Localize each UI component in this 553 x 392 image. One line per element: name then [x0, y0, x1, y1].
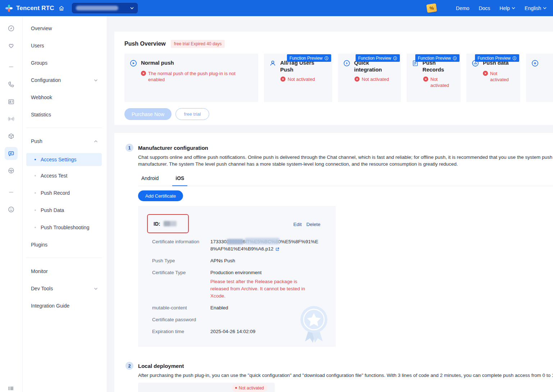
- sidebar-item-webhook[interactable]: Webhook: [23, 89, 107, 106]
- tencent-rtc-console: Tencent RTC % Demo Docs Help Englis: [0, 0, 553, 392]
- function-preview-badge: Function Preview: [356, 54, 400, 62]
- bullet-icon: [35, 192, 36, 194]
- error-icon: ✕: [423, 77, 428, 82]
- status-badge: Not activated: [232, 384, 267, 392]
- sidebar-divider: [26, 128, 102, 128]
- certificate-actions: Edit Delete: [293, 222, 320, 227]
- collapse-menu-icon[interactable]: [5, 382, 18, 392]
- tile-status-text: Not activated: [288, 76, 315, 82]
- sidebar-item-push[interactable]: Push: [23, 133, 107, 150]
- sidebar-item-configuration[interactable]: Configuration: [23, 72, 107, 89]
- chat-sidebar: Overview Users Groups Configuration Webh…: [23, 16, 107, 392]
- certificate-medal-icon: [293, 302, 335, 346]
- sidebar-item-dev-tools[interactable]: Dev Tools: [23, 280, 107, 297]
- row-push-type: Push Type APNs Push: [152, 257, 330, 264]
- sidebar-item-groups[interactable]: Groups: [23, 54, 107, 72]
- heart-icon[interactable]: [5, 39, 18, 52]
- preview-clock-icon: [324, 56, 329, 60]
- tile-quick-integration: Function Preview Quick integration ✕ Not…: [338, 54, 401, 102]
- sidebar-item-access-test[interactable]: Access Test: [23, 167, 107, 184]
- chat-icon[interactable]: [5, 147, 18, 160]
- app-selector-dropdown[interactable]: [72, 3, 138, 13]
- status-dot-icon: [235, 387, 237, 389]
- users-icon: [269, 59, 276, 67]
- chevron-down-icon: [94, 287, 98, 290]
- certificate-panel: ID: Edit Delete Certificate information …: [138, 206, 336, 347]
- row-certificate-type: Certificate Type Production environment …: [152, 269, 330, 300]
- call-icon[interactable]: [5, 78, 18, 91]
- push-overview-card: Push Overview free trial Expired 40 days…: [114, 32, 553, 125]
- sidebar-item-plugins[interactable]: Plugins: [23, 236, 107, 253]
- sidebar-item-push-troubleshooting[interactable]: Push Troubleshooting: [23, 219, 107, 236]
- tile-push-records: Function Preview Push Records ✕ Not acti…: [407, 54, 461, 102]
- page-title: Push Overview: [124, 41, 166, 47]
- free-trial-button[interactable]: free trial: [175, 108, 209, 120]
- redacted-text-blob: [227, 239, 243, 244]
- sidebar-item-integration-guide[interactable]: Integration Guide: [23, 297, 107, 314]
- brand: Tencent RTC: [0, 4, 65, 12]
- push-configuration-card: 1 Manufacturer configuration Chat suppor…: [114, 133, 553, 392]
- edit-link[interactable]: Edit: [293, 222, 302, 227]
- row-certificate-information: Certificate information 1733303866106IT%…: [152, 238, 330, 253]
- xcode-warning-note: Please test after the Release package is…: [210, 278, 313, 300]
- sidebar-item-overview[interactable]: Overview: [23, 20, 107, 37]
- coupon-icon[interactable]: %: [426, 3, 437, 13]
- chevron-down-icon: [130, 6, 134, 10]
- preview-clock-icon: [393, 56, 397, 60]
- redacted-text-blob: [245, 238, 279, 244]
- push-play-icon: [129, 59, 137, 67]
- sidebar-item-push-data[interactable]: Push Data: [23, 202, 107, 219]
- function-preview-badge: Function Preview: [475, 54, 519, 62]
- steering-wheel-icon[interactable]: [5, 164, 18, 177]
- error-icon: ✕: [355, 77, 360, 82]
- sidebar-item-users[interactable]: Users: [23, 37, 107, 54]
- home-icon[interactable]: [58, 5, 65, 11]
- purchase-now-button[interactable]: Purchase Now: [124, 108, 172, 120]
- cube-icon[interactable]: [5, 130, 18, 143]
- sidebar-item-access-settings-wrap: Access Settings: [23, 150, 107, 167]
- rail-divider: [9, 66, 13, 67]
- chevron-down-icon: [94, 79, 98, 82]
- tab-ios[interactable]: iOS: [172, 175, 187, 186]
- tile-push-data: Function Preview Push data ✕ Not activat…: [466, 54, 520, 102]
- tab-android[interactable]: Android: [138, 175, 162, 186]
- tile-status-text: The normal push of the push plug-in is n…: [148, 70, 242, 83]
- section-title: Manufacturer configuration: [138, 145, 208, 151]
- live-signal-icon[interactable]: [5, 112, 18, 125]
- sidebar-item-statistics[interactable]: Statistics: [23, 106, 107, 123]
- topbar: Tencent RTC % Demo Docs Help Englis: [0, 0, 553, 16]
- error-icon: ✕: [280, 77, 285, 82]
- function-preview-badge: Function Preview: [287, 54, 331, 62]
- bullet-icon: [35, 209, 36, 211]
- step-number: 2: [125, 362, 133, 370]
- add-certificate-button[interactable]: Add Certificate: [138, 190, 183, 201]
- preview-clock-icon: [512, 56, 517, 60]
- tile-alltag-users-push: Function Preview All/Tag Users Push ✕ No…: [264, 54, 332, 102]
- user-card-icon[interactable]: [5, 95, 18, 108]
- nav-demo[interactable]: Demo: [456, 5, 469, 11]
- smiley-icon[interactable]: [5, 203, 18, 216]
- sidebar-item-access-settings[interactable]: Access Settings: [26, 153, 102, 166]
- step-number: 1: [125, 144, 133, 152]
- tile-status-text: Not activated: [430, 76, 456, 88]
- sidebar-item-monitor[interactable]: Monitor: [23, 263, 107, 280]
- sidebar-item-push-record[interactable]: Push Record: [23, 184, 107, 202]
- external-link-icon: [275, 247, 280, 252]
- function-preview-badge: Function Preview: [415, 54, 460, 62]
- lightning-icon: [343, 59, 351, 67]
- rail-divider: [9, 192, 13, 193]
- error-icon: ✕: [141, 71, 146, 76]
- delete-link[interactable]: Delete: [306, 222, 320, 227]
- nav-language[interactable]: English: [525, 5, 547, 11]
- nav-docs[interactable]: Docs: [479, 5, 490, 11]
- redacted-app-name: [76, 6, 118, 10]
- nav-help[interactable]: Help: [499, 5, 515, 11]
- redacted-certificate-id: [164, 221, 177, 226]
- dashboard-icon[interactable]: [5, 22, 18, 35]
- preview-clock-icon: [453, 56, 457, 60]
- section-description: Chat supports online and offline push no…: [138, 154, 553, 167]
- certificate-file-link[interactable]: 1733303866106IT%E5%BC%80%E5%8F%91%E 8%AF…: [210, 238, 318, 253]
- chevron-down-icon: [512, 6, 515, 10]
- chevron-down-icon: [543, 6, 547, 10]
- certificate-id-label: ID:: [154, 221, 160, 227]
